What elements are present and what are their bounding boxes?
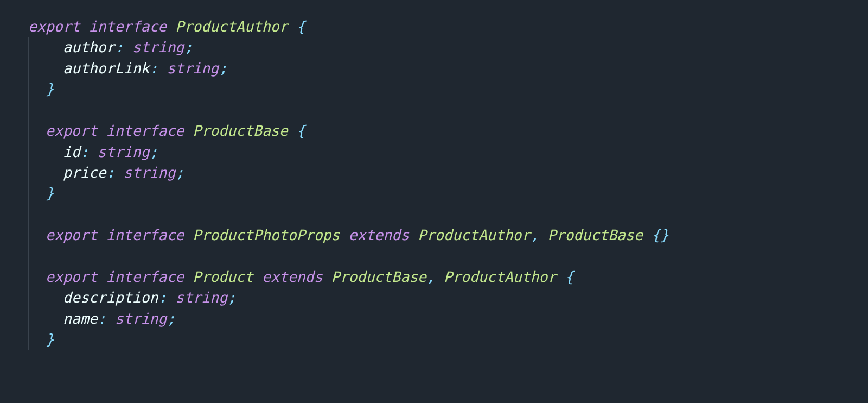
type-ext-product-author: ProductAuthor <box>418 226 530 243</box>
type-ext-product-base: ProductBase <box>547 226 643 243</box>
brace-close: } <box>46 185 54 202</box>
semicolon: ; <box>219 60 227 77</box>
keyword-export: export <box>46 226 98 243</box>
type-string: string <box>167 60 219 77</box>
indent-guide <box>28 100 29 121</box>
comma: , <box>426 268 435 285</box>
prop-author: author <box>63 39 115 55</box>
colon: : <box>98 310 106 327</box>
brace-open: { <box>297 18 305 35</box>
type-product-base: ProductBase <box>193 122 288 139</box>
indent-guide <box>28 267 29 287</box>
semicolon: ; <box>150 143 158 160</box>
colon: : <box>150 60 158 77</box>
prop-description: description <box>63 289 158 306</box>
keyword-interface: interface <box>106 122 184 139</box>
comma: , <box>531 226 539 243</box>
keyword-interface: interface <box>106 268 184 285</box>
indent-guide <box>28 329 29 350</box>
code-editor[interactable]: export interface ProductAuthor { author:… <box>0 0 868 350</box>
indent-guide <box>28 287 29 308</box>
keyword-export: export <box>46 268 98 285</box>
prop-id: id <box>63 143 80 160</box>
type-string: string <box>98 143 150 160</box>
prop-price: price <box>63 164 106 181</box>
indent-guide <box>28 58 29 79</box>
colon: : <box>158 289 167 306</box>
keyword-export: export <box>28 18 80 35</box>
indent-guide <box>28 142 29 162</box>
indent-guide <box>28 37 29 58</box>
keyword-interface: interface <box>89 18 167 35</box>
brace-empty: {} <box>652 226 669 243</box>
type-ext-product-author: ProductAuthor <box>444 268 556 285</box>
indent-guide <box>28 308 29 329</box>
keyword-extends: extends <box>262 268 323 285</box>
type-string: string <box>124 164 176 181</box>
indent-guide <box>28 204 29 225</box>
brace-open: { <box>565 268 573 285</box>
semicolon: ; <box>167 310 176 327</box>
keyword-extends: extends <box>348 226 409 243</box>
type-product: Product <box>193 268 253 285</box>
indent-guide <box>28 225 29 245</box>
type-string: string <box>115 310 167 327</box>
keyword-export: export <box>46 122 98 139</box>
type-product-author: ProductAuthor <box>175 18 288 35</box>
brace-close: } <box>46 331 54 348</box>
semicolon: ; <box>175 164 184 181</box>
colon: : <box>80 143 89 160</box>
indent-guide <box>28 121 29 141</box>
indent-guide <box>28 183 29 204</box>
colon: : <box>115 39 124 55</box>
brace-open: { <box>297 122 305 139</box>
indent-guide <box>28 79 29 99</box>
indent-guide <box>28 246 29 267</box>
keyword-interface: interface <box>106 226 184 243</box>
brace-close: } <box>46 80 54 97</box>
type-product-photo-props: ProductPhotoProps <box>193 226 340 243</box>
type-string: string <box>132 39 184 55</box>
indent-guide <box>28 162 29 183</box>
semicolon: ; <box>184 39 193 55</box>
colon: : <box>106 164 115 181</box>
type-ext-product-base: ProductBase <box>331 268 427 285</box>
prop-name: name <box>63 310 98 327</box>
type-string: string <box>175 289 227 306</box>
semicolon: ; <box>227 289 236 306</box>
prop-authorlink: authorLink <box>63 60 150 77</box>
